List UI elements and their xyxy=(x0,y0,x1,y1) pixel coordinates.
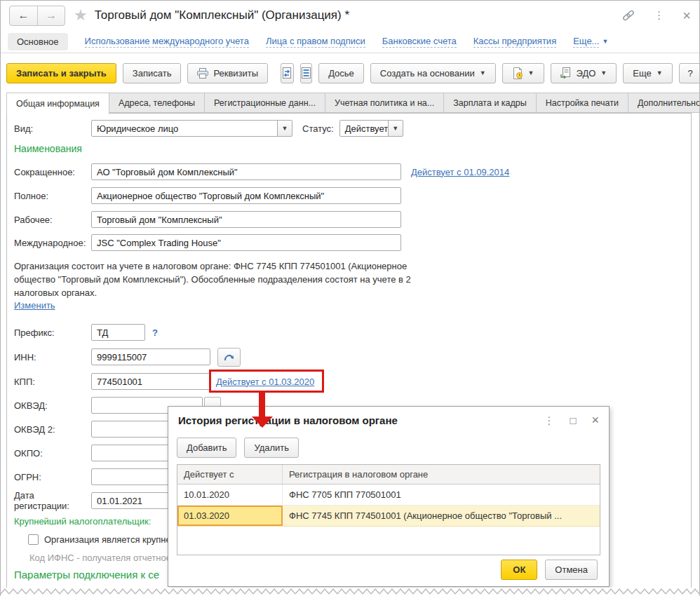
annotation-highlight-box xyxy=(209,370,324,393)
chevron-down-icon: ▼ xyxy=(282,125,288,132)
close-icon[interactable]: × xyxy=(682,8,691,22)
dialog-more-menu-icon[interactable]: ⋮ xyxy=(544,415,554,426)
kind-select[interactable]: Юридическое лицо xyxy=(91,120,278,137)
registration-date-input[interactable]: 01.01.2021 xyxy=(91,492,168,509)
torn-edge-decoration xyxy=(1,588,699,596)
structure-list-button[interactable] xyxy=(300,63,312,83)
short-name-input[interactable]: АО "Торговый дом Комплексный" xyxy=(91,163,401,180)
requisites-button[interactable]: Реквизиты xyxy=(187,63,268,83)
prefix-help-icon[interactable]: ? xyxy=(152,327,158,338)
nav-item-signatories[interactable]: Лица с правом подписи xyxy=(266,36,365,48)
working-name-label: Рабочее: xyxy=(14,215,91,225)
prefix-input[interactable]: ТД xyxy=(91,324,145,341)
tab-registration-data[interactable]: Регистрационные данн... xyxy=(205,93,325,113)
zigzag-icon xyxy=(1,588,700,596)
document-sync-icon xyxy=(281,67,293,79)
ogrn-label: ОГРН: xyxy=(14,472,91,482)
inn-row: ИНН: 9999115007 xyxy=(14,348,241,366)
dialog-maximize-icon[interactable]: □ xyxy=(570,415,576,426)
dialog-window-controls: ⋮ □ × xyxy=(544,414,599,426)
inn-input[interactable]: 9999115007 xyxy=(91,348,210,365)
section-navbar: Основное Использование международного уч… xyxy=(1,30,699,53)
okved-label: ОКВЭД: xyxy=(14,400,91,411)
connection-params-header: Параметры подключения к се xyxy=(14,569,159,581)
nav-item-bank-accounts[interactable]: Банковские счета xyxy=(382,36,457,48)
tab-payroll-hr[interactable]: Зарплата и кадры xyxy=(444,93,537,113)
dialog-close-icon[interactable]: × xyxy=(591,414,599,426)
organization-form-window: ← → ★ Торговый дом "Комплексный" (Органи… xyxy=(0,0,700,596)
favorite-star-icon[interactable]: ★ xyxy=(74,6,88,25)
tab-print-settings[interactable]: Настройка печати xyxy=(537,93,628,113)
status-dropdown-button[interactable]: ▼ xyxy=(388,120,403,137)
window-title: Торговый дом "Комплексный" (Организация)… xyxy=(95,8,349,22)
tab-general-info[interactable]: Общая информация xyxy=(6,93,109,114)
table-header-row: Действует с Регистрация в налоговом орга… xyxy=(177,465,600,485)
column-header-valid-from[interactable]: Действует с xyxy=(177,465,283,484)
registration-date-row: Дата регистрации: 01.01.2021 xyxy=(14,492,168,510)
edo-button[interactable]: ЭДО ▼ xyxy=(551,63,617,83)
status-select[interactable]: Действует xyxy=(339,120,389,137)
largest-taxpayer-header: Крупнейший налогоплательщик: xyxy=(14,516,151,527)
change-link[interactable]: Изменить xyxy=(14,300,55,311)
table-row-selected[interactable]: 01.03.2020 ФНС 7745 КПП 774501001 (Акцио… xyxy=(177,506,600,527)
short-name-label: Сокращенное: xyxy=(14,167,91,177)
back-button[interactable]: ← xyxy=(10,6,37,25)
dialog-title: История регистрации в налоговом органе xyxy=(178,414,398,426)
fill-requisites-button[interactable] xyxy=(281,63,294,83)
kpp-input[interactable]: 774501001 xyxy=(91,373,210,390)
tab-addresses[interactable]: Адреса, телефоны xyxy=(109,93,205,113)
edo-exchange-icon xyxy=(560,67,572,79)
inn-check-button[interactable] xyxy=(217,348,241,367)
tax-registration-history-dialog: История регистрации в налоговом органе ⋮… xyxy=(168,406,610,587)
annotation-arrowhead-icon xyxy=(252,416,273,428)
create-based-on-button[interactable]: Создать на основании ▼ xyxy=(370,63,496,83)
more-menu-icon[interactable]: ⋮ xyxy=(654,9,664,22)
full-name-label: Полное: xyxy=(14,191,91,201)
back-arrow-icon: ← xyxy=(18,9,29,22)
cancel-button[interactable]: Отмена xyxy=(545,560,598,580)
full-name-input[interactable]: Акционерное общество "Торговый дом Компл… xyxy=(91,187,401,204)
toolbar-right-group: Еще ▼ ? xyxy=(623,63,700,83)
curved-arrow-icon xyxy=(224,353,235,362)
save-and-close-button[interactable]: Записать и закрыть xyxy=(6,63,116,83)
largest-taxpayer-checkbox[interactable] xyxy=(28,534,39,545)
working-name-input[interactable]: Торговый дом "Комплексный" xyxy=(91,211,401,228)
kind-dropdown-button[interactable]: ▼ xyxy=(277,120,292,137)
more-button[interactable]: Еще ▼ xyxy=(623,63,672,83)
short-name-history-link[interactable]: Действует с 01.09.2014 xyxy=(411,167,509,177)
ok-button[interactable]: ОК xyxy=(501,560,537,580)
column-header-registration[interactable]: Регистрация в налоговом органе xyxy=(283,465,600,484)
document-clock-icon xyxy=(512,67,523,79)
annotation-arrow xyxy=(259,393,265,417)
nav-item-main[interactable]: Основное xyxy=(8,33,68,50)
dossier-button[interactable]: Досье xyxy=(318,63,364,83)
printer-icon xyxy=(197,68,208,79)
chevron-down-icon: ▼ xyxy=(602,38,608,45)
titlebar-actions: ⋮ × xyxy=(621,8,691,22)
titlebar: ← → ★ Торговый дом "Комплексный" (Органи… xyxy=(1,1,699,30)
nav-item-cash-desks[interactable]: Кассы предприятия xyxy=(473,36,556,48)
chevron-down-icon: ▼ xyxy=(600,69,607,76)
add-button[interactable]: Добавить xyxy=(177,438,236,458)
nav-item-intl-accounting[interactable]: Использование международного учета xyxy=(85,36,249,48)
scheduled-doc-button[interactable]: ▼ xyxy=(502,63,544,83)
okved2-label: ОКВЭД 2: xyxy=(14,424,91,435)
delete-button[interactable]: Удалить xyxy=(244,438,299,458)
nav-item-more[interactable]: Еще... ▼ xyxy=(573,36,608,48)
dialog-footer: ОК Отмена xyxy=(501,560,598,580)
table-row[interactable]: 10.01.2020 ФНС 7705 КПП 770501001 xyxy=(177,485,600,506)
registration-date-label: Дата регистрации: xyxy=(14,490,91,511)
help-button[interactable]: ? xyxy=(679,63,700,83)
status-label: Статус: xyxy=(302,123,334,134)
intl-name-input[interactable]: JSC "Complex Trading House" xyxy=(91,234,401,251)
tab-accounting-policy[interactable]: Учетная политика и на... xyxy=(325,93,444,113)
save-button[interactable]: Записать xyxy=(123,63,182,83)
full-name-row: Полное: Акционерное общество "Торговый д… xyxy=(14,187,401,205)
ifns-code-label: Код ИФНС - получателя отчетнос xyxy=(29,553,170,563)
kpp-label: КПП: xyxy=(14,377,91,387)
link-icon[interactable] xyxy=(621,8,635,22)
names-section-header: Наименования xyxy=(14,143,82,154)
prefix-label: Префикс: xyxy=(14,327,91,338)
tab-additional[interactable]: Дополнительно xyxy=(628,93,700,113)
forward-button[interactable]: → xyxy=(37,6,65,25)
